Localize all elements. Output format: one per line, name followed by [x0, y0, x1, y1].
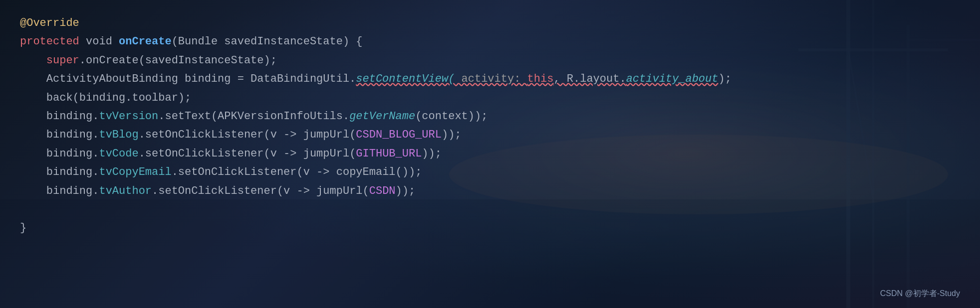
line-binding: ActivityAboutBinding binding = DataBindi… [20, 70, 960, 88]
code-container: @Overrideprotected void onCreate(Bundle … [0, 0, 980, 308]
line-empty [20, 200, 960, 219]
line-override: @Override [20, 14, 960, 32]
code-block: @Overrideprotected void onCreate(Bundle … [20, 14, 960, 238]
line-tvblog: binding.tvBlog.setOnClickListener(v -> j… [20, 126, 960, 144]
line-tvauthor: binding.tvAuthor.setOnClickListener(v ->… [20, 182, 960, 200]
line-super: super.onCreate(savedInstanceState); [20, 51, 960, 70]
watermark: CSDN @初学者-Study [880, 289, 960, 299]
line-tvcode: binding.tvCode.setOnClickListener(v -> j… [20, 145, 960, 163]
watermark-text: CSDN @初学者-Study [880, 289, 960, 298]
line-tvcopyemail: binding.tvCopyEmail.setOnClickListener(v… [20, 163, 960, 181]
line-protected: protected void onCreate(Bundle savedInst… [20, 32, 960, 51]
line-back: back(binding.toolbar); [20, 89, 960, 107]
line-close: } [20, 219, 960, 237]
line-tvversion: binding.tvVersion.setText(APKVersionInfo… [20, 107, 960, 126]
